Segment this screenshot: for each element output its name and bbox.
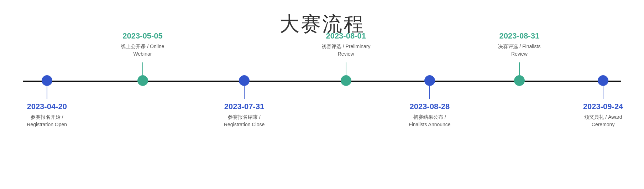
event-label-zh-4: 初赛评选 / Preliminary: [310, 43, 382, 50]
event-dot-3: [239, 75, 250, 86]
event-label-zh-6: 决赛评选 / Finalists: [484, 43, 555, 50]
event-label-en-4: Review: [310, 50, 382, 58]
event-connector-1: [47, 86, 47, 99]
event-label-zh-1: 参赛报名开始 /: [11, 113, 83, 121]
event-label-zh-2: 线上公开课 / Online: [107, 43, 178, 50]
event-date-4: 2023-08-01: [310, 31, 382, 41]
event-date-2: 2023-05-05: [107, 31, 178, 41]
event-date-5: 2023-08-28: [394, 102, 465, 112]
event-label-zh-7: 颁奖典礼 / Award: [567, 113, 639, 121]
page: 大赛流程 2023-04-20参赛报名开始 /Registration Open…: [0, 0, 644, 189]
event-content-5: 2023-08-28初赛结果公布 /Finalists Announce: [394, 102, 465, 128]
event-dot-6: [514, 75, 525, 86]
event-dot-1: [42, 75, 52, 86]
event-label-en-1: Registration Open: [11, 121, 83, 128]
event-dot-4: [341, 75, 351, 86]
event-connector-4: [346, 62, 346, 75]
event-date-1: 2023-04-20: [11, 102, 83, 112]
event-content-1: 2023-04-20参赛报名开始 /Registration Open: [11, 102, 83, 128]
event-connector-3: [244, 86, 245, 99]
event-label-zh-3: 参赛报名结束 /: [209, 113, 280, 121]
event-connector-2: [142, 62, 143, 75]
event-connector-6: [519, 62, 520, 75]
event-content-7: 2023-09-24颁奖典礼 / AwardCeremony: [567, 102, 639, 128]
event-content-6: 2023-08-31决赛评选 / FinalistsReview: [484, 31, 555, 58]
event-content-2: 2023-05-05线上公开课 / OnlineWebinar: [107, 31, 178, 58]
event-connector-5: [429, 86, 430, 99]
event-label-zh-5: 初赛结果公布 /: [394, 113, 465, 121]
event-connector-7: [603, 86, 603, 99]
event-label-en-7: Ceremony: [567, 121, 639, 128]
timeline: 2023-04-20参赛报名开始 /Registration Open2023-…: [23, 63, 621, 155]
event-dot-2: [137, 75, 148, 86]
event-label-en-6: Review: [484, 50, 555, 58]
event-content-3: 2023-07-31参赛报名结束 /Registration Close: [209, 102, 280, 128]
event-dot-7: [598, 75, 608, 86]
timeline-events: 2023-04-20参赛报名开始 /Registration Open2023-…: [23, 63, 621, 155]
event-label-en-3: Registration Close: [209, 121, 280, 128]
event-date-3: 2023-07-31: [209, 102, 280, 112]
event-label-en-2: Webinar: [107, 50, 178, 58]
event-content-4: 2023-08-01初赛评选 / PreliminaryReview: [310, 31, 382, 58]
event-date-6: 2023-08-31: [484, 31, 555, 41]
event-date-7: 2023-09-24: [567, 102, 639, 112]
event-label-en-5: Finalists Announce: [394, 121, 465, 128]
event-dot-5: [424, 75, 435, 86]
